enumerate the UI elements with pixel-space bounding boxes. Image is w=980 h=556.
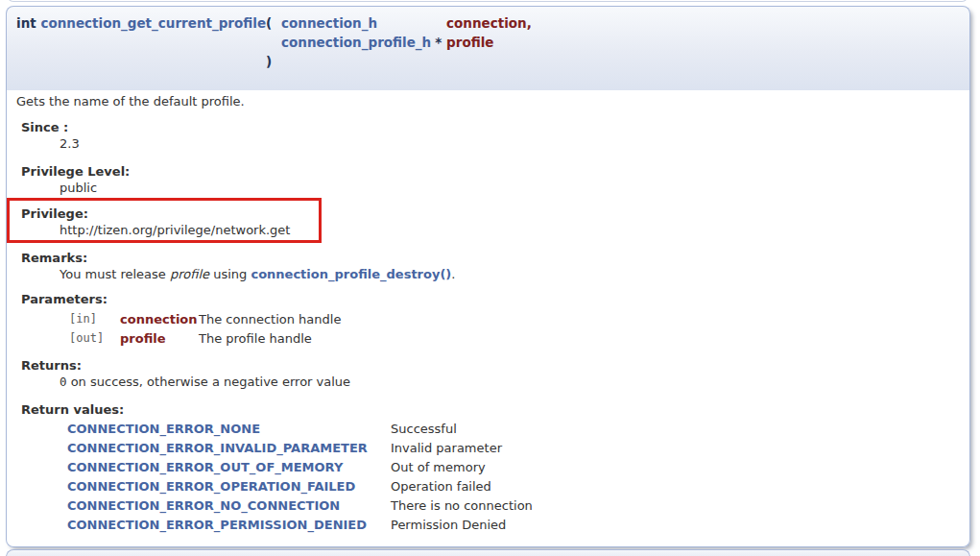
- function-name-cell: int connection_get_current_profile: [16, 13, 266, 33]
- retval-description: Permission Denied: [391, 517, 960, 533]
- pointer-star: *: [435, 35, 442, 50]
- function-description: Gets the name of the default profile.: [16, 93, 960, 109]
- remarks-text: You must release profile using connectio…: [60, 266, 960, 282]
- since-label: Since :: [21, 119, 960, 135]
- privilege-level-value: public: [60, 180, 960, 196]
- parameters-section: Parameters: [in] connection The connecti…: [21, 291, 960, 347]
- function-doc-body: Gets the name of the default profile. Si…: [6, 90, 970, 547]
- parameters-label: Parameters:: [21, 291, 960, 307]
- param-description: The connection handle: [199, 311, 960, 327]
- retval-description: Out of memory: [391, 459, 960, 475]
- param-dir: [out]: [69, 330, 120, 347]
- close-paren: ): [266, 52, 281, 71]
- retval-description: Operation failed: [391, 478, 960, 495]
- param-name: profile: [120, 330, 199, 347]
- remarks-param-ref: profile: [170, 267, 209, 281]
- returns-code: 0: [60, 375, 67, 389]
- since-section: Since : 2.3: [21, 119, 960, 152]
- remarks-suffix: .: [451, 267, 455, 281]
- param-type-link-connection-profile-h[interactable]: connection_profile_h: [281, 35, 431, 50]
- returns-section: Returns: 0 on success, otherwise a negat…: [21, 357, 960, 390]
- privilege-value: http://tizen.org/privilege/network.get: [60, 222, 960, 238]
- retval-description: Invalid parameter: [391, 440, 960, 456]
- retval-code-link[interactable]: CONNECTION_ERROR_NO_CONNECTION: [67, 497, 391, 514]
- since-value: 2.3: [60, 135, 960, 152]
- function-signature: int connection_get_current_profile ( con…: [16, 13, 964, 71]
- returns-value: 0 on success, otherwise a negative error…: [60, 374, 960, 390]
- privilege-level-label: Privilege Level:: [21, 163, 960, 180]
- param-name-1: connection,: [446, 13, 964, 33]
- return-values-label: Return values:: [21, 401, 960, 418]
- function-name: connection_get_current_profile: [40, 15, 266, 31]
- retval-description: There is no connection: [391, 497, 960, 514]
- open-paren: (: [266, 13, 281, 33]
- param-type-link-connection-h[interactable]: connection_h: [281, 15, 377, 31]
- returns-text: on success, otherwise a negative error v…: [67, 375, 351, 389]
- parameters-table: [in] connection The connection handle [o…: [69, 311, 960, 347]
- param-dir: [in]: [69, 311, 120, 327]
- retval-code-link[interactable]: CONNECTION_ERROR_OUT_OF_MEMORY: [67, 459, 391, 475]
- retval-code-link[interactable]: CONNECTION_ERROR_INVALID_PARAMETER: [67, 440, 391, 456]
- remarks-middle: using: [209, 267, 251, 281]
- retval-code-link[interactable]: CONNECTION_ERROR_PERMISSION_DENIED: [67, 517, 391, 533]
- retval-description: Successful: [391, 421, 960, 437]
- retval-code-link[interactable]: CONNECTION_ERROR_NONE: [67, 421, 391, 437]
- param-type-2: connection_profile_h*: [281, 33, 446, 52]
- privilege-level-section: Privilege Level: public: [21, 163, 960, 196]
- param-type-1: connection_h: [281, 13, 446, 33]
- previous-section-edge: [7, 0, 968, 2]
- function-doc-memitem: int connection_get_current_profile ( con…: [6, 6, 970, 547]
- remarks-prefix: You must release: [60, 267, 170, 281]
- return-values-table: CONNECTION_ERROR_NONE Successful CONNECT…: [67, 421, 960, 533]
- param-description: The profile handle: [199, 330, 960, 347]
- parameters-table-wrap: [in] connection The connection handle [o…: [21, 311, 960, 347]
- return-values-table-wrap: CONNECTION_ERROR_NONE Successful CONNECT…: [21, 421, 960, 533]
- privilege-section: Privilege: http://tizen.org/privilege/ne…: [21, 205, 960, 238]
- remarks-section: Remarks: You must release profile using …: [21, 250, 960, 282]
- return-values-section: Return values: CONNECTION_ERROR_NONE Suc…: [21, 401, 960, 533]
- function-ref-link[interactable]: connection_profile_destroy(): [251, 267, 451, 281]
- function-prototype-header: int connection_get_current_profile ( con…: [6, 6, 970, 90]
- retval-code-link[interactable]: CONNECTION_ERROR_OPERATION_FAILED: [67, 478, 391, 495]
- remarks-label: Remarks:: [21, 250, 960, 266]
- return-type: int: [16, 15, 36, 31]
- returns-label: Returns:: [21, 357, 960, 374]
- param-name: connection: [120, 311, 199, 327]
- param-name-2: profile: [446, 33, 964, 52]
- privilege-label: Privilege:: [21, 205, 960, 222]
- next-section-edge: [6, 549, 970, 556]
